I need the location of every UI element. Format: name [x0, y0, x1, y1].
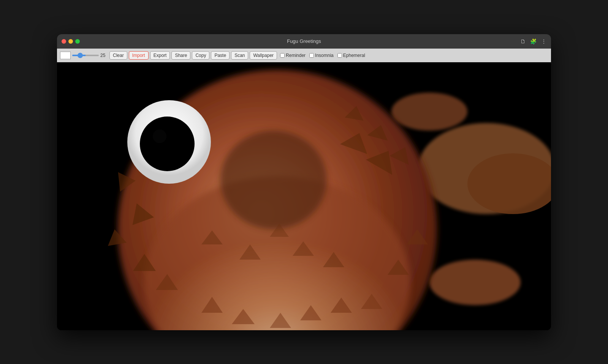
copy-button[interactable]: Copy	[192, 51, 209, 60]
canvas-area[interactable]	[57, 62, 551, 330]
document-icon[interactable]: 🗋	[520, 38, 526, 44]
export-button[interactable]: Export	[150, 51, 170, 60]
minimize-button[interactable]	[68, 39, 73, 44]
svg-point-3	[429, 260, 521, 305]
brush-size-slider[interactable]	[72, 55, 99, 56]
import-button[interactable]: Import	[129, 51, 149, 60]
svg-point-7	[220, 131, 327, 229]
fugu-image	[57, 62, 551, 330]
ephemeral-checkbox[interactable]	[337, 53, 342, 58]
titlebar-actions: 🗋 🧩 ⋮	[520, 38, 546, 44]
paste-button[interactable]: Paste	[211, 51, 230, 60]
menu-icon[interactable]: ⋮	[541, 38, 546, 44]
insomnia-checkbox[interactable]	[309, 53, 314, 58]
scan-button[interactable]: Scan	[231, 51, 248, 60]
close-button[interactable]	[62, 39, 66, 44]
checkbox-group: Reminder Insomnia Ephemeral	[280, 53, 365, 58]
svg-point-4	[391, 93, 467, 131]
insomnia-label[interactable]: Insomnia	[309, 53, 334, 58]
brush-size-value: 25	[100, 53, 108, 58]
slider-container: 25	[72, 53, 108, 58]
reminder-label[interactable]: Reminder	[280, 53, 306, 58]
window-title: Fugu Greetings	[287, 38, 321, 44]
svg-point-9	[140, 117, 195, 171]
maximize-button[interactable]	[75, 39, 80, 44]
toolbar: 25 Clear Import Export Share Copy Paste …	[57, 49, 551, 62]
app-window: Fugu Greetings 🗋 🧩 ⋮ 25 Clear Import Exp…	[57, 34, 551, 330]
svg-point-10	[153, 129, 166, 143]
clear-button[interactable]: Clear	[109, 51, 127, 60]
share-button[interactable]: Share	[171, 51, 190, 60]
wallpaper-button[interactable]: Wallpaper	[250, 51, 277, 60]
insomnia-label-text: Insomnia	[315, 53, 334, 58]
ephemeral-label-text: Ephemeral	[343, 53, 365, 58]
reminder-checkbox[interactable]	[280, 53, 285, 58]
puzzle-icon[interactable]: 🧩	[530, 38, 537, 44]
pen-preview	[60, 52, 71, 59]
titlebar: Fugu Greetings 🗋 🧩 ⋮	[57, 34, 551, 49]
ephemeral-label[interactable]: Ephemeral	[337, 53, 365, 58]
traffic-lights	[62, 39, 80, 44]
reminder-label-text: Reminder	[286, 53, 306, 58]
